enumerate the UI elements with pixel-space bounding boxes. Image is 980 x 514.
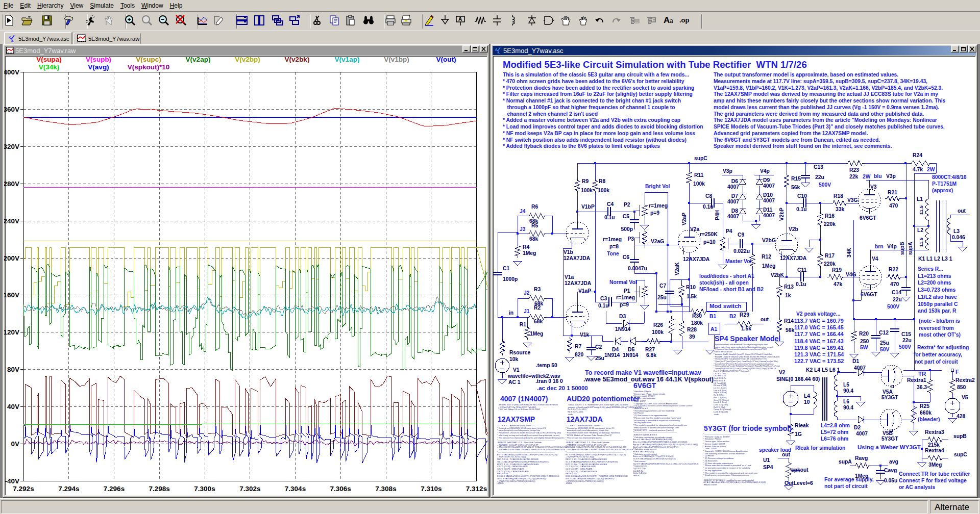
- svg-text:0.1u: 0.1u: [598, 303, 609, 309]
- svg-text:.tran 0 16 0: .tran 0 16 0: [535, 378, 563, 384]
- svg-text:L2=200 ohms: L2=200 ohms: [918, 280, 951, 286]
- svg-text:V(v2bp): V(v2bp): [235, 56, 260, 63]
- svg-text:SPICE Models of Vacuum-Tube Tr: SPICE Models of Vacuum-Tube Triodes (Par…: [714, 124, 945, 130]
- svg-text:215k: 215k: [928, 442, 940, 448]
- svg-text:470: 470: [890, 281, 899, 287]
- svg-text:V(supc): V(supc): [136, 56, 161, 63]
- svg-text:90.4: 90.4: [843, 405, 853, 410]
- svg-text:Rextra2: Rextra2: [955, 377, 975, 383]
- svg-text:V(spkout)*10: V(spkout)*10: [128, 63, 170, 71]
- svg-text:B1: B1: [709, 314, 716, 319]
- svg-text:68k: 68k: [529, 218, 538, 224]
- svg-text:L6=76 ohm: L6=76 ohm: [821, 436, 848, 442]
- svg-text:* NF switch position also adds: * NF switch position also adds independe…: [503, 137, 687, 143]
- svg-text:C11: C11: [797, 267, 807, 273]
- svg-text:100k: 100k: [693, 181, 705, 187]
- svg-text:12AX7JDA: 12AX7JDA: [683, 256, 710, 262]
- svg-text:J1: J1: [524, 309, 530, 314]
- svg-text:The 12AX7SMP model was derived: The 12AX7SMP model was derived by measur…: [714, 91, 938, 97]
- svg-text:V1a: V1a: [565, 274, 574, 280]
- svg-text:SINE(0 166.44 60): SINE(0 166.44 60): [776, 376, 820, 382]
- svg-text:400V: 400V: [4, 68, 19, 76]
- svg-text:117.7 VAC = 166.44: 117.7 VAC = 166.44: [794, 331, 844, 337]
- svg-text:7.304s: 7.304s: [285, 485, 306, 493]
- svg-text:V2bG: V2bG: [762, 238, 776, 243]
- svg-text:* NF mod keeps V2a BP cap in p: * NF mod keeps V2a BP cap in place for m…: [503, 131, 695, 136]
- svg-text:D6: D6: [731, 178, 738, 184]
- svg-text:R9: R9: [582, 178, 589, 184]
- svg-text:180k: 180k: [691, 320, 703, 326]
- svg-text:V2a: V2a: [690, 226, 700, 232]
- svg-text:r=1meg: r=1meg: [603, 237, 622, 242]
- svg-text:R28: R28: [687, 327, 697, 332]
- svg-text:Ravg: Ravg: [855, 455, 868, 461]
- svg-text:p=10: p=10: [703, 239, 716, 245]
- svg-text:Speaker model derived from stu: Speaker model derived from stuff found o…: [714, 143, 892, 149]
- svg-text:p=9: p=9: [650, 210, 659, 216]
- svg-text:NF/load - short B1 and B2: NF/load - short B1 and B2: [699, 287, 764, 292]
- svg-text:R15: R15: [791, 176, 801, 182]
- svg-text:11.5: 11.5: [918, 237, 924, 247]
- svg-text:22u: 22u: [893, 297, 902, 302]
- svg-text:6.8k: 6.8k: [646, 352, 656, 358]
- svg-text:D10: D10: [763, 192, 773, 198]
- svg-text:34K: 34K: [846, 248, 852, 258]
- svg-text:122.7 VAC = 173.52: 122.7 VAC = 173.52: [794, 358, 844, 364]
- svg-text:0.1u: 0.1u: [796, 281, 806, 287]
- svg-text:R1: R1: [520, 322, 526, 327]
- svg-text:V(avg): V(avg): [88, 63, 109, 71]
- svg-text:V3p: V3p: [886, 173, 896, 179]
- svg-text:r=250K: r=250K: [700, 232, 718, 237]
- svg-text:4007 (1N4007): 4007 (1N4007): [500, 395, 548, 403]
- svg-text:C6: C6: [623, 254, 629, 260]
- svg-text:5Y3GT: 5Y3GT: [881, 436, 898, 442]
- svg-text:* Added flyback diodes to the: * Added flyback diodes to the 6V6 plates…: [503, 143, 660, 149]
- svg-text:Bright Vol: Bright Vol: [645, 184, 670, 189]
- svg-text:V1b: V1b: [564, 249, 573, 255]
- svg-text:supC: supC: [954, 452, 967, 457]
- svg-text:113.7 VAC = 160.79: 113.7 VAC = 160.79: [794, 318, 844, 324]
- svg-text:AC 1: AC 1: [508, 379, 521, 385]
- svg-text:7.312s: 7.312s: [466, 485, 487, 493]
- svg-text:* Filter caps increased from 1: * Filter caps increased from 16uF to 22u…: [503, 91, 693, 97]
- svg-text:R6: R6: [531, 204, 538, 210]
- svg-text:V(v1bp): V(v1bp): [384, 56, 409, 63]
- svg-text:Modified 5E3-like Circuit Simu: Modified 5E3-like Circuit Simulation wit…: [503, 59, 807, 70]
- svg-text:Rextra3: Rextra3: [925, 429, 944, 435]
- svg-text:This is a simulation of the cl: This is a simulation of the classic 5E3 …: [503, 72, 689, 78]
- svg-text:0.05u: 0.05u: [884, 478, 897, 483]
- svg-text:160V: 160V: [4, 291, 19, 299]
- svg-text:22u: 22u: [902, 338, 912, 343]
- svg-text:0.1u: 0.1u: [703, 204, 714, 210]
- svg-text:100k: 100k: [652, 329, 664, 335]
- svg-text:.ENDS: .ENDS: [497, 482, 504, 484]
- svg-text:R7: R7: [575, 344, 581, 349]
- svg-text:25u: 25u: [657, 295, 667, 300]
- svg-text:(approx): (approx): [932, 188, 953, 193]
- svg-text:SP4: SP4: [763, 465, 773, 470]
- svg-text:1050p parallel C: 1050p parallel C: [918, 301, 958, 307]
- svg-text:12AX7JDA: 12AX7JDA: [565, 280, 592, 286]
- svg-text:p=8: p=8: [609, 244, 619, 249]
- svg-text:D3: D3: [619, 314, 626, 319]
- svg-text:3Meg: 3Meg: [928, 462, 942, 468]
- svg-text:4007: 4007: [763, 198, 775, 203]
- svg-text:P2: P2: [624, 202, 630, 208]
- svg-text:P4: P4: [726, 228, 732, 234]
- svg-text:A: A: [458, 16, 462, 22]
- svg-text:The grid parameters were deriv: The grid parameters were derived from my…: [714, 111, 924, 117]
- svg-text:F: F: [955, 369, 959, 375]
- svg-text:L5: L5: [843, 382, 849, 388]
- svg-text:V2aG: V2aG: [651, 239, 664, 244]
- svg-text:Master Vol: Master Vol: [725, 259, 751, 264]
- svg-text:4007: 4007: [727, 199, 739, 204]
- svg-text:47k: 47k: [834, 281, 842, 287]
- svg-text:68k: 68k: [529, 236, 538, 242]
- svg-text:D4: D4: [612, 347, 619, 352]
- svg-text:V3p: V3p: [723, 168, 732, 174]
- svg-text:through a 1000pF so that highe: through a 1000pF so that higher frequenc…: [503, 105, 675, 110]
- svg-text:R26: R26: [653, 322, 663, 328]
- svg-text:spkout: spkout: [791, 467, 808, 473]
- svg-text:R11: R11: [694, 172, 704, 178]
- svg-text:39: 39: [689, 334, 695, 340]
